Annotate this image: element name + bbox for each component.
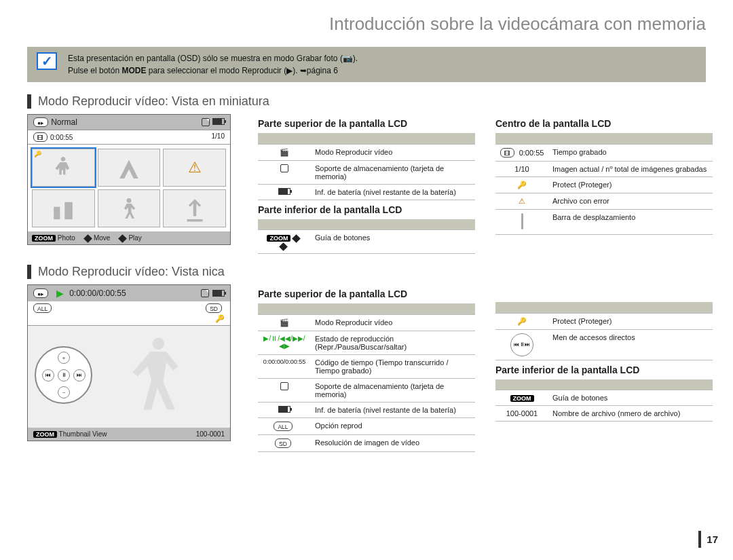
play-icon: ▶ (56, 288, 64, 299)
thumbnail-6[interactable] (163, 189, 226, 227)
s1-bottom-table: ZOOM Guía de botones (258, 219, 475, 255)
diamond-icon (83, 234, 92, 243)
ic-playback: 🎬 (280, 148, 289, 156)
lcd-thumbnail-preview: ●▸ Normal 🎞0:00:55 1/10 🔑 ⚠ (27, 114, 231, 245)
cell: Imagen actual / nº total de imágenes gra… (548, 161, 713, 176)
note-page-ref: 6 (333, 66, 338, 75)
time-badge-icon: 🎞 (33, 132, 48, 142)
cell: Estado de reproducción (Repr./Pausa/Busc… (311, 331, 475, 354)
battery-icon (212, 118, 225, 125)
cell: Inf. de batería (nivel restante de la ba… (311, 402, 475, 417)
thumbnail-4[interactable] (32, 189, 95, 227)
cell-ic: 🎬 (258, 314, 311, 331)
filename: 100-0001 (196, 430, 225, 438)
cell-ic: 0:00:55 (519, 149, 544, 157)
cell: Modo Reproducir vídeo (311, 144, 475, 160)
cell: Soporte de almacenamiento (tarjeta de me… (311, 378, 475, 402)
shortcut-wheel-icon: ⏮⏸⏭ (510, 333, 533, 356)
warning-icon: ⚠ (519, 197, 525, 205)
cell: Protect (Proteger) (548, 313, 713, 329)
zoom-chip: ZOOM (33, 431, 57, 438)
mode-text: Normal (51, 117, 77, 127)
mode-label: MODE (121, 66, 146, 75)
playback-icon: ●▸ (33, 288, 48, 298)
photo-label: Photo (58, 234, 75, 242)
all-badge-icon: ALL (274, 422, 292, 431)
info-icon: ✓ (37, 52, 57, 70)
battery-icon (278, 406, 290, 413)
cell: Men de accesos directos (548, 329, 713, 360)
cell: Tiempo grabado (548, 144, 713, 161)
info-text: Esta presentación en pantalla (OSD) sólo… (68, 52, 358, 77)
section1-title: Modo Reproducir vídeo: Vista en miniatur… (27, 94, 706, 109)
svg-rect-0 (54, 207, 60, 219)
thumbnail-3-error[interactable]: ⚠ (163, 149, 226, 187)
zoom-chip-icon: ZOOM (267, 235, 290, 242)
footer-label: Thumbnail View (59, 430, 107, 438)
zoom-chip-icon: ZOOM (510, 395, 534, 402)
cell: Guía de botones (548, 390, 713, 406)
page-number: 17 (698, 531, 718, 548)
cell: Soporte de almacenamiento (tarjeta de me… (311, 160, 475, 184)
battery-icon (278, 188, 290, 195)
svg-rect-1 (65, 202, 73, 219)
storage-icon (201, 289, 209, 297)
next-button[interactable]: ⏭ (73, 369, 86, 381)
key-icon: 🔑 (517, 317, 527, 326)
battery-icon (212, 290, 225, 297)
page-title: Introducción sobre la videocámara con me… (27, 14, 706, 35)
s1-center-table: 🎞 0:00:55Tiempo grabado 1/10Imagen actua… (495, 133, 713, 235)
cell: Código de tiempo (Tiempo transcurrido / … (311, 354, 475, 378)
dancer-silhouette (102, 330, 204, 428)
s2-bottom-title: Parte inferior de la pantalla LCD (495, 365, 713, 375)
info-note: ✓ Esta presentación en pantalla (OSD) só… (27, 47, 706, 82)
move-label: Move (94, 234, 110, 242)
thumbnail-1[interactable]: 🔑 (32, 149, 95, 187)
playback-icon: ●▸ (33, 117, 48, 127)
playstate-icons: ▶/⏸/◀◀/▶▶/◀▶ (258, 331, 311, 354)
zoom-chip: ZOOM (32, 235, 56, 242)
s2-top-title: Parte superior de la pantalla LCD (258, 288, 475, 299)
shortcut-wheel[interactable]: ＋ ⏮ ⏸ ⏭ － (35, 346, 92, 404)
cell: Resolución de imagen de vídeo (311, 434, 475, 451)
thumbnail-2[interactable] (98, 149, 161, 187)
cell-ic: 1/10 (495, 161, 548, 176)
s1-top-table: 🎬Modo Reproducir vídeo Soporte de almace… (258, 133, 475, 200)
all-badge-icon: ALL (33, 303, 52, 313)
storage-icon (202, 118, 210, 126)
timecode: 0:00:00/0:00:55 (69, 288, 126, 298)
cell-ic: 100-0001 (495, 406, 548, 422)
clip-time: 0:00:55 (50, 134, 73, 141)
storage-icon (280, 164, 288, 172)
svg-point-2 (127, 198, 132, 203)
clip-counter: 1/10 (212, 132, 225, 142)
minus-button[interactable]: － (58, 386, 70, 398)
storage-icon (280, 382, 288, 390)
cell: Modo Reproducir vídeo (311, 314, 475, 331)
cell: Nombre de archivo (nmero de archivo) (548, 406, 713, 422)
cell: Barra de desplazamiento (548, 209, 713, 234)
thumbnail-5[interactable] (98, 189, 161, 227)
plus-button[interactable]: ＋ (58, 352, 70, 364)
cell: Archivo con error (548, 193, 713, 209)
prev-button[interactable]: ⏮ (42, 369, 54, 381)
diamond-icon (279, 242, 288, 251)
s2-top-table: 🎬Modo Reproducir vídeo ▶/⏸/◀◀/▶▶/◀▶Estad… (258, 303, 475, 452)
diamond-icon (292, 234, 301, 243)
section2-title: Modo Reproducir vídeo: Vista nica (27, 265, 706, 279)
warning-icon: ⚠ (188, 159, 202, 176)
sd-badge-icon: SD (275, 438, 291, 448)
pause-button[interactable]: ⏸ (58, 369, 70, 381)
cell: Inf. de batería (nivel restante de la ba… (311, 184, 475, 200)
s1-center-title: Centro de la pantalla LCD (495, 118, 713, 129)
diamond-icon (119, 234, 128, 243)
lcd-single-preview: ●▸ ▶ 0:00:00/0:00:55 ALL SD 🔑 (27, 284, 231, 441)
note-line1: Esta presentación en pantalla (OSD) sólo… (68, 54, 358, 63)
cell: Guía de botones (311, 230, 475, 254)
s1-bottom-title: Parte inferior de la pantalla LCD (258, 204, 475, 215)
note-line2b: para seleccionar el modo Reproducir (▶).… (149, 66, 331, 75)
cell-ic: 0:00:00/0:00:55 (258, 354, 311, 378)
scrollbar-icon (521, 213, 523, 229)
cell: Protect (Proteger) (548, 176, 713, 193)
key-icon: 🔑 (517, 181, 527, 189)
